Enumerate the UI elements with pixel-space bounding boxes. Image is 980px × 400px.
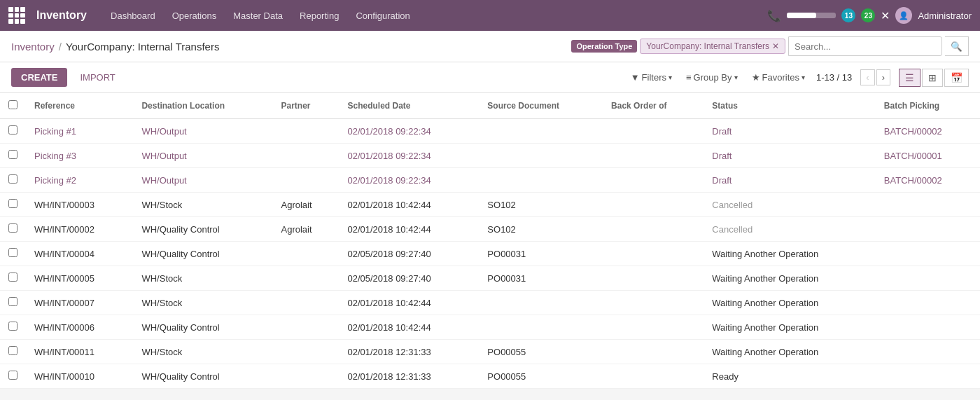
batch-link[interactable]: BATCH/00002 bbox=[884, 175, 942, 186]
cell-status: Draft bbox=[704, 168, 876, 193]
table-row: Picking #2WH/Output02/01/2018 09:22:34Dr… bbox=[0, 168, 980, 193]
prev-page-button[interactable]: ‹ bbox=[860, 69, 874, 85]
groupby-button[interactable]: ≡ Group By ▾ bbox=[683, 69, 741, 85]
cell-reference: WH/INT/00003 bbox=[26, 193, 133, 217]
user-name[interactable]: Administrator bbox=[918, 11, 972, 21]
nav-configuration[interactable]: Configuration bbox=[349, 8, 416, 24]
topbar-right: 📞 13 23 ✕ 👤 Administrator bbox=[767, 7, 972, 24]
cell-dest-location: WH/Quality Control bbox=[133, 315, 272, 340]
col-reference[interactable]: Reference bbox=[26, 93, 133, 119]
filter-tag-remove[interactable]: ✕ bbox=[772, 41, 779, 51]
cell-source-document bbox=[479, 315, 603, 340]
col-batch-picking[interactable]: Batch Picking bbox=[876, 93, 980, 119]
cell-reference: WH/INT/00007 bbox=[26, 291, 133, 315]
badge-messages[interactable]: 13 bbox=[841, 8, 855, 22]
search-input[interactable] bbox=[788, 36, 942, 56]
cell-status: Waiting Another Operation bbox=[704, 266, 876, 291]
star-icon: ★ bbox=[752, 72, 760, 83]
cell-partner: Agrolait bbox=[272, 193, 339, 217]
phone-icon[interactable]: 📞 bbox=[767, 9, 781, 22]
row-checkbox[interactable] bbox=[8, 150, 18, 159]
row-checkbox[interactable] bbox=[8, 371, 18, 380]
cell-dest-location: WH/Output bbox=[133, 144, 272, 168]
select-all-header[interactable] bbox=[0, 93, 26, 119]
create-button[interactable]: CREATE bbox=[11, 68, 67, 87]
date-link[interactable]: 02/01/2018 09:22:34 bbox=[347, 126, 430, 137]
list-view-button[interactable]: ☰ bbox=[899, 69, 920, 87]
cell-batch-picking: BATCH/00002 bbox=[876, 168, 980, 193]
reference-link[interactable]: Picking #3 bbox=[34, 151, 76, 161]
cell-scheduled-date: 02/01/2018 10:42:44 bbox=[339, 315, 479, 340]
badge-activities[interactable]: 23 bbox=[861, 8, 875, 22]
breadcrumb-separator: / bbox=[59, 41, 62, 53]
batch-link[interactable]: BATCH/00002 bbox=[884, 126, 942, 137]
date-link[interactable]: 02/01/2018 09:22:34 bbox=[347, 151, 430, 161]
batch-link[interactable]: BATCH/00001 bbox=[884, 151, 942, 161]
cell-source-document bbox=[479, 119, 603, 144]
cell-reference: WH/INT/00010 bbox=[26, 364, 133, 389]
row-checkbox[interactable] bbox=[8, 248, 18, 257]
search-button[interactable]: 🔍 bbox=[945, 36, 969, 56]
row-checkbox[interactable] bbox=[8, 273, 18, 282]
table-container: Reference Destination Location Partner S… bbox=[0, 93, 980, 389]
row-checkbox[interactable] bbox=[8, 322, 18, 331]
cell-status: Waiting Another Operation bbox=[704, 340, 876, 364]
import-button[interactable]: IMPORT bbox=[73, 68, 122, 87]
dest-location-link[interactable]: WH/Output bbox=[141, 175, 186, 186]
breadcrumb-parent[interactable]: Inventory bbox=[11, 41, 55, 53]
calendar-view-button[interactable]: 📅 bbox=[944, 69, 969, 87]
cell-scheduled-date: 02/01/2018 09:22:34 bbox=[339, 119, 479, 144]
cell-dest-location: WH/Stock bbox=[133, 340, 272, 364]
cell-scheduled-date: 02/01/2018 09:22:34 bbox=[339, 168, 479, 193]
row-checkbox[interactable] bbox=[8, 223, 18, 233]
table-row: WH/INT/00006WH/Quality Control02/01/2018… bbox=[0, 315, 980, 340]
nav-master-data[interactable]: Master Data bbox=[226, 8, 290, 24]
nav-operations[interactable]: Operations bbox=[165, 8, 224, 24]
table-row: WH/INT/00007WH/Stock02/01/2018 10:42:44W… bbox=[0, 291, 980, 315]
kanban-view-button[interactable]: ⊞ bbox=[922, 69, 943, 87]
filters-button[interactable]: ▼ Filters ▾ bbox=[628, 69, 675, 85]
cell-partner bbox=[272, 340, 339, 364]
cell-source-document bbox=[479, 168, 603, 193]
app-brand: Inventory bbox=[36, 9, 87, 22]
col-source-document[interactable]: Source Document bbox=[479, 93, 603, 119]
next-page-button[interactable]: › bbox=[876, 69, 890, 85]
col-dest-location[interactable]: Destination Location bbox=[133, 93, 272, 119]
groupby-icon: ≡ bbox=[686, 72, 692, 83]
cell-dest-location: WH/Output bbox=[133, 168, 272, 193]
date-link[interactable]: 02/01/2018 09:22:34 bbox=[347, 175, 430, 186]
reference-link[interactable]: Picking #2 bbox=[34, 175, 76, 186]
cell-source-document bbox=[479, 144, 603, 168]
dest-location-link[interactable]: WH/Output bbox=[141, 126, 186, 137]
table-row: WH/INT/00003WH/StockAgrolait02/01/2018 1… bbox=[0, 193, 980, 217]
cell-back-order bbox=[603, 217, 704, 242]
search-area: Operation Type YourCompany: Internal Tra… bbox=[571, 36, 969, 56]
apps-icon[interactable] bbox=[8, 7, 25, 24]
row-checkbox[interactable] bbox=[8, 125, 18, 135]
cell-reference: WH/INT/00004 bbox=[26, 242, 133, 266]
cell-scheduled-date: 02/01/2018 10:42:44 bbox=[339, 217, 479, 242]
row-checkbox[interactable] bbox=[8, 199, 18, 208]
select-all-checkbox[interactable] bbox=[8, 100, 18, 109]
row-checkbox[interactable] bbox=[8, 174, 18, 184]
cell-batch-picking bbox=[876, 242, 980, 266]
nav-dashboard[interactable]: Dashboard bbox=[104, 8, 162, 24]
reference-link[interactable]: Picking #1 bbox=[34, 126, 76, 137]
col-status[interactable]: Status bbox=[704, 93, 876, 119]
breadcrumb: Inventory / YourCompany: Internal Transf… bbox=[11, 41, 219, 53]
close-icon[interactable]: ✕ bbox=[881, 9, 890, 22]
col-back-order[interactable]: Back Order of bbox=[603, 93, 704, 119]
dest-location-link[interactable]: WH/Output bbox=[141, 151, 186, 161]
row-checkbox[interactable] bbox=[8, 297, 18, 306]
cell-scheduled-date: 02/01/2018 12:31:33 bbox=[339, 364, 479, 389]
favorites-button[interactable]: ★ Favorites ▾ bbox=[749, 69, 808, 85]
table-row: Picking #1WH/Output02/01/2018 09:22:34Dr… bbox=[0, 119, 980, 144]
cell-status: Waiting Another Operation bbox=[704, 315, 876, 340]
top-navigation: Inventory Dashboard Operations Master Da… bbox=[0, 0, 980, 31]
col-partner[interactable]: Partner bbox=[272, 93, 339, 119]
nav-reporting[interactable]: Reporting bbox=[293, 8, 346, 24]
cell-partner bbox=[272, 315, 339, 340]
col-scheduled-date[interactable]: Scheduled Date bbox=[339, 93, 479, 119]
avatar: 👤 bbox=[895, 7, 912, 24]
row-checkbox[interactable] bbox=[8, 346, 18, 355]
